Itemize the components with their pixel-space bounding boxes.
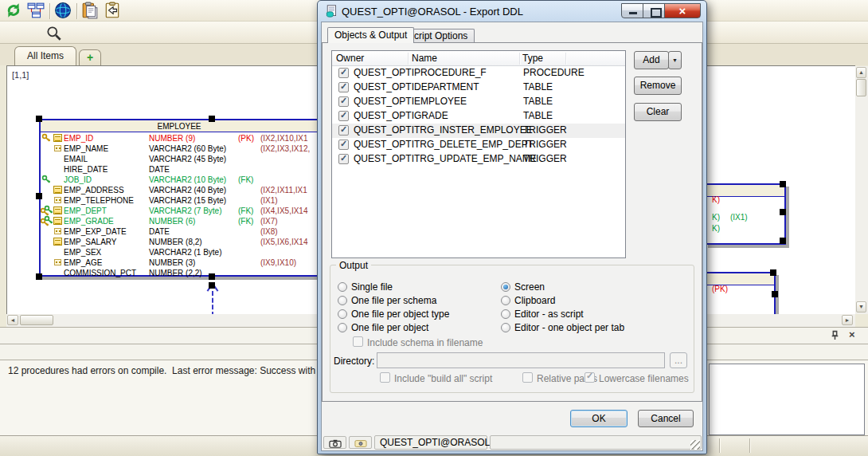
column-name: EMP_SEX <box>64 247 101 257</box>
radio-button[interactable] <box>501 323 510 332</box>
radio-option[interactable]: One file per schema <box>338 293 449 307</box>
checkbox-checked[interactable] <box>338 111 349 121</box>
horizontal-scroll-thumb[interactable] <box>20 315 53 325</box>
entity-column-row[interactable]: COMMISSION_PCT NUMBER (2,2) <box>41 268 318 278</box>
selection-handle[interactable] <box>780 238 786 244</box>
object-row[interactable]: QUEST_OPTI TRG_INSTER_EMPLOYEE TRIGGER <box>332 124 625 138</box>
radio-option[interactable]: Clipboard <box>501 293 624 307</box>
entity-partial-top[interactable]: K) K) (IX1) K) <box>705 183 786 245</box>
minimize-button[interactable] <box>621 3 643 18</box>
entity-column-row[interactable]: EMP_SALARY NUMBER (8,2) (IX5,IX6,IX14 <box>41 237 318 247</box>
radio-option[interactable]: One file per object type <box>338 307 449 320</box>
radio-button[interactable] <box>338 323 347 332</box>
radio-option[interactable]: Editor - as script <box>501 307 624 320</box>
close-button[interactable] <box>664 3 701 18</box>
clear-button[interactable]: Clear <box>634 103 682 121</box>
column-datatype: VARCHAR2 (60 Byte) <box>149 143 226 154</box>
checkbox-checked[interactable] <box>338 82 349 92</box>
selection-handle[interactable] <box>209 273 215 280</box>
radio-option[interactable]: Screen <box>501 280 624 293</box>
object-row[interactable]: QUEST_OPTI DEPARTMENT TABLE <box>332 81 625 95</box>
entity-employee[interactable]: EMPLOYEE EMP_ID NUMBER (9) (PK) (IX2,IX1… <box>39 119 319 277</box>
entity-column-row[interactable]: EMP_AGE NUMBER (3) (IX9,IX10) <box>41 257 318 268</box>
selection-handle[interactable] <box>209 282 215 289</box>
build-all-checkbox <box>380 372 390 383</box>
selection-handle[interactable] <box>772 291 778 297</box>
refresh-button[interactable] <box>5 2 22 19</box>
checkbox-checked[interactable] <box>338 140 349 150</box>
object-row[interactable]: QUEST_OPTI TRG_DELETE_EMP_DEPT TRIGGER <box>332 138 625 152</box>
column-header-owner[interactable]: Owner <box>336 53 364 64</box>
clipboard-import-button[interactable] <box>104 2 121 19</box>
add-tab-button[interactable]: + <box>79 49 101 65</box>
column-indexes: (IX9,IX10) <box>260 257 296 268</box>
entity-column-row[interactable]: EMP_DEPT VARCHAR2 (7 Byte) (FK) (IX4,IX5… <box>41 206 318 216</box>
selection-handle[interactable] <box>770 269 776 276</box>
cancel-button[interactable]: Cancel <box>638 410 694 427</box>
ok-button[interactable]: OK <box>570 410 628 427</box>
object-row[interactable]: QUEST_OPTI GRADE TABLE <box>332 109 625 124</box>
entity-column-row[interactable]: EMP_EXP_DATE DATE (IX8) <box>41 226 318 237</box>
maximize-button[interactable] <box>643 3 665 18</box>
entity-column-row[interactable]: HIRE_DATE DATE <box>41 164 318 175</box>
radio-label: One file per schema <box>351 295 436 306</box>
column-header-name[interactable]: Name <box>412 53 437 64</box>
radio-option[interactable]: Single file <box>338 280 449 293</box>
close-panel-icon[interactable]: × <box>849 329 855 340</box>
model-diagram-button[interactable] <box>27 2 45 19</box>
list-header[interactable]: Owner Name Type <box>332 51 625 66</box>
paste-button[interactable] <box>81 2 99 19</box>
radio-button[interactable] <box>338 282 347 292</box>
object-row[interactable]: QUEST_OPTI TRG_UPDATE_EMP_NAME TRIGGER <box>332 152 625 167</box>
entity-partial-bottom[interactable]: (PK) <box>705 272 776 314</box>
preview-button[interactable] <box>349 436 372 449</box>
radio-button[interactable] <box>501 282 510 292</box>
selection-handle[interactable] <box>209 116 215 122</box>
entity-column-row[interactable]: EMP_SEX VARCHAR2 (1 Byte) <box>41 247 318 257</box>
remove-button[interactable]: Remove <box>634 77 682 95</box>
entity-column-row[interactable]: JOB_ID VARCHAR2 (10 Byte) (FK) <box>41 175 318 185</box>
scroll-right-button[interactable]: ► <box>842 315 853 325</box>
scroll-down-button[interactable]: ▼ <box>856 301 866 313</box>
add-button[interactable]: Add <box>634 51 669 69</box>
vertical-scrollbar[interactable]: ▲ ▼ <box>855 66 868 314</box>
object-row[interactable]: QUEST_OPTI PROCEDURE_F PROCEDURE <box>332 66 625 81</box>
radio-button[interactable] <box>338 309 347 319</box>
entity-column-row[interactable]: EMP_ADDRESS VARCHAR2 (40 Byte) (IX2,IX11… <box>41 185 318 195</box>
radio-option[interactable]: One file per object <box>338 320 449 334</box>
objects-list[interactable]: Owner Name Type QUEST_OPTI PROCEDURE_F P… <box>331 50 626 258</box>
radio-option[interactable]: Editor - one object per tab <box>501 320 624 334</box>
entity-column-row[interactable]: EMP_GRADE NUMBER (6) (FK) (IX7) <box>41 216 318 226</box>
snapshot-button[interactable] <box>323 436 346 449</box>
resize-grip[interactable] <box>690 440 700 450</box>
scroll-up-button[interactable]: ▲ <box>856 67 866 78</box>
object-row[interactable]: QUEST_OPTI EMPLOYEE TABLE <box>332 95 625 109</box>
web-button[interactable] <box>54 2 72 19</box>
scroll-left-button[interactable]: ◄ <box>7 315 18 325</box>
tab-objects-output[interactable]: Objects & Output <box>327 27 414 43</box>
relationship-line[interactable] <box>212 291 213 314</box>
column-datatype: VARCHAR2 (40 Byte) <box>149 185 226 195</box>
selection-handle[interactable] <box>780 209 786 215</box>
entity-column-row[interactable]: EMP_NAME VARCHAR2 (60 Byte) (IX2,IX3,IX1… <box>41 143 318 154</box>
checkbox-checked[interactable] <box>338 154 349 164</box>
column-header-type[interactable]: Type <box>522 53 543 64</box>
radio-button[interactable] <box>501 296 510 305</box>
entity-column-row[interactable]: EMP_TELEPHONE VARCHAR2 (15 Byte) (IX1) <box>41 195 318 206</box>
tab-all-items[interactable]: All Items <box>14 46 76 65</box>
selection-handle[interactable] <box>36 116 42 122</box>
selection-handle[interactable] <box>36 193 42 199</box>
entity-column-row[interactable]: EMP_ID NUMBER (9) (PK) (IX2,IX10,IX1 <box>41 133 318 143</box>
zoom-tool-button[interactable] <box>45 25 63 42</box>
add-dropdown-button[interactable]: ▼ <box>668 51 682 69</box>
selection-handle[interactable] <box>36 273 42 280</box>
radio-button[interactable] <box>501 309 510 319</box>
pin-icon[interactable] <box>830 330 840 343</box>
checkbox-checked[interactable] <box>338 96 349 107</box>
vertical-scroll-thumb[interactable] <box>856 79 866 96</box>
checkbox-checked[interactable] <box>338 125 349 136</box>
entity-column-row[interactable]: EMAIL VARCHAR2 (45 Byte) <box>41 154 318 164</box>
selection-handle[interactable] <box>780 181 786 187</box>
checkbox-checked[interactable] <box>338 68 349 78</box>
radio-button[interactable] <box>338 296 347 305</box>
